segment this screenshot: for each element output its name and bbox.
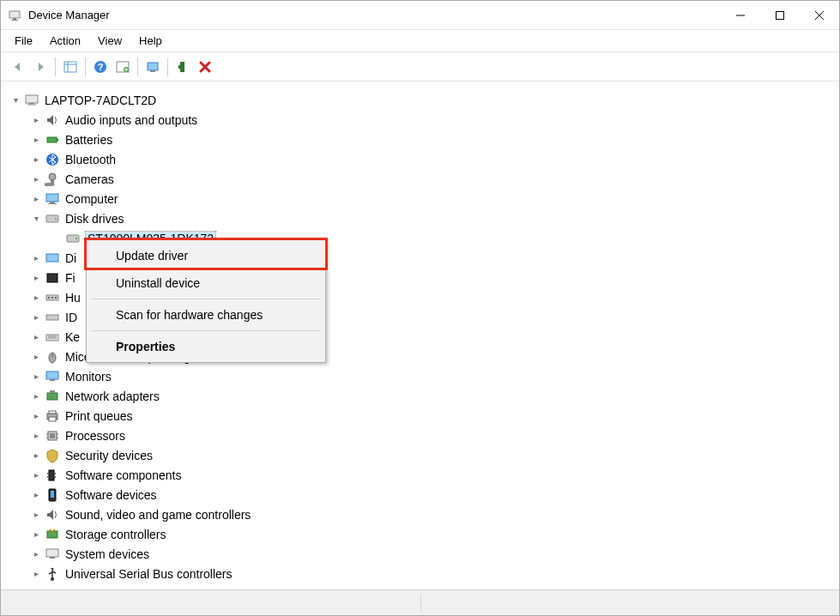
expand-icon[interactable]: ▸ — [29, 508, 43, 522]
collapse-icon[interactable]: ▾ — [9, 94, 22, 107]
expand-icon[interactable]: ▸ — [29, 192, 43, 206]
storage-controller-icon — [45, 527, 60, 542]
tree-item-audio[interactable]: ▸ Audio inputs and outputs — [5, 110, 835, 130]
toolbar-uninstall-button[interactable] — [195, 57, 215, 77]
menubar: File Action View Help — [1, 30, 839, 52]
expand-icon[interactable]: ▸ — [29, 350, 43, 364]
expand-icon[interactable]: ▸ — [29, 567, 43, 581]
ctx-scan-hardware[interactable]: Scan for hardware changes — [88, 301, 323, 329]
tree-item-bluetooth[interactable]: ▸ Bluetooth — [5, 149, 835, 169]
expand-icon[interactable]: ▸ — [29, 468, 43, 482]
disk-icon — [65, 231, 81, 246]
svg-rect-53 — [50, 433, 55, 438]
printer-icon — [45, 408, 60, 424]
toolbar-separator — [167, 57, 168, 76]
expand-icon[interactable]: ▸ — [29, 429, 43, 443]
tree-item-print-queues[interactable]: ▸ Print queues — [5, 406, 835, 426]
display-icon — [45, 251, 60, 266]
svg-rect-62 — [54, 476, 56, 478]
toolbar-back-button[interactable] — [8, 57, 28, 77]
toolbar-separator — [55, 57, 56, 76]
tree-item-network[interactable]: ▸ Network adapters — [5, 386, 835, 406]
tree-item-system-devices[interactable]: ▸ System devices — [5, 544, 835, 564]
tree-item-disk-drives[interactable]: ▾ Disk drives — [5, 208, 835, 228]
expand-icon[interactable]: ▸ — [29, 390, 43, 403]
tree-item-storage-controllers[interactable]: ▸ Storage controllers — [5, 524, 835, 544]
expand-icon[interactable]: ▸ — [29, 133, 43, 147]
toolbar-update-driver-button[interactable] — [142, 57, 163, 77]
menu-file[interactable]: File — [8, 33, 39, 49]
bluetooth-icon — [45, 152, 60, 167]
expand-icon[interactable]: ▸ — [29, 172, 43, 186]
tree-item-processors[interactable]: ▸ Processors — [5, 426, 835, 445]
tree-item-cameras[interactable]: ▸ Cameras — [5, 169, 835, 189]
tree-item-security[interactable]: ▸ Security devices — [5, 445, 835, 465]
svg-rect-47 — [47, 393, 57, 400]
toolbar-help-button[interactable]: ? — [90, 57, 111, 77]
toolbar-enable-device-button[interactable] — [172, 57, 193, 77]
svg-rect-59 — [47, 473, 49, 474]
ctx-separator — [92, 299, 320, 299]
tree-root[interactable]: ▾ LAPTOP-7ADCLT2D — [5, 90, 835, 110]
tree-root-label[interactable]: LAPTOP-7ADCLT2D — [45, 94, 156, 107]
svg-rect-17 — [26, 95, 38, 103]
ctx-uninstall-device[interactable]: Uninstall device — [88, 269, 323, 297]
tree-item-sound[interactable]: ▸ Sound, video and game controllers — [5, 504, 835, 524]
expand-icon[interactable]: ▸ — [29, 311, 43, 324]
menu-help[interactable]: Help — [132, 33, 169, 49]
tree-item-batteries[interactable]: ▸ Batteries — [5, 130, 835, 149]
toolbar-forward-button[interactable] — [30, 57, 51, 77]
titlebar: Device Manager — [1, 1, 839, 30]
software-device-icon — [45, 487, 60, 503]
ctx-update-driver[interactable]: Update driver — [88, 242, 323, 269]
svg-rect-34 — [47, 274, 57, 282]
maximize-button[interactable] — [760, 1, 800, 29]
expand-icon[interactable]: ▸ — [29, 409, 43, 423]
expand-icon[interactable]: ▸ — [29, 113, 43, 127]
svg-rect-45 — [46, 371, 58, 379]
system-device-icon — [45, 547, 60, 562]
menu-view[interactable]: View — [91, 33, 129, 49]
svg-rect-4 — [777, 11, 784, 19]
svg-text:?: ? — [98, 62, 104, 72]
status-bar — [1, 589, 839, 615]
svg-rect-27 — [50, 202, 55, 203]
svg-rect-33 — [46, 254, 58, 262]
close-button[interactable] — [800, 1, 839, 29]
computer-icon — [45, 191, 60, 207]
tree-item-monitors[interactable]: ▸ Monitors — [5, 366, 835, 386]
tree-item-computer[interactable]: ▸ Computer — [5, 189, 835, 208]
window-title: Device Manager — [28, 9, 721, 21]
expand-icon[interactable]: ▸ — [29, 153, 43, 166]
menu-action[interactable]: Action — [43, 33, 88, 49]
svg-rect-38 — [55, 297, 57, 299]
expand-icon[interactable]: ▸ — [29, 370, 43, 383]
tree-item-usb[interactable]: ▸ Universal Serial Bus controllers — [5, 564, 835, 583]
expand-icon[interactable]: ▸ — [29, 271, 43, 285]
svg-rect-51 — [49, 417, 56, 421]
tree-item-software-components[interactable]: ▸ Software components — [5, 465, 835, 485]
expand-icon[interactable]: ▸ — [29, 251, 43, 265]
expand-icon[interactable]: ▸ — [29, 528, 43, 541]
app-icon — [8, 9, 21, 22]
svg-point-30 — [55, 218, 57, 220]
toolbar-separator — [137, 57, 138, 76]
expand-icon[interactable]: ▸ — [29, 488, 43, 502]
expand-icon[interactable]: ▸ — [29, 547, 43, 561]
toolbar-show-hidden-button[interactable] — [60, 57, 81, 77]
ide-icon — [45, 310, 60, 325]
expand-icon[interactable]: ▸ — [29, 330, 43, 344]
tree-item-software-devices[interactable]: ▸ Software devices — [5, 485, 835, 504]
minimize-button[interactable] — [721, 1, 760, 29]
svg-rect-67 — [50, 557, 55, 559]
collapse-icon[interactable]: ▾ — [29, 212, 43, 226]
ctx-separator — [92, 330, 320, 331]
network-icon — [45, 389, 60, 404]
expand-icon[interactable]: ▸ — [29, 449, 43, 462]
hid-icon — [45, 290, 60, 305]
expand-icon[interactable]: ▸ — [29, 291, 43, 305]
toolbar-scan-button[interactable] — [112, 57, 133, 77]
svg-rect-28 — [48, 203, 57, 204]
svg-rect-39 — [46, 315, 58, 320]
ctx-properties[interactable]: Properties — [88, 333, 323, 360]
